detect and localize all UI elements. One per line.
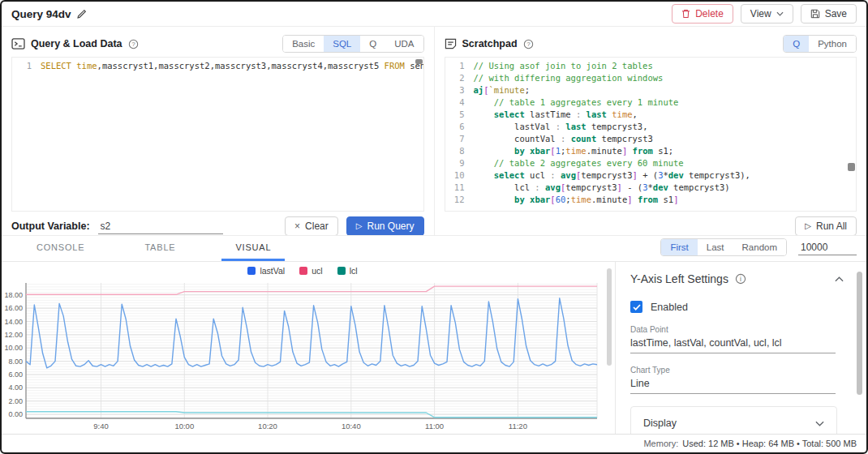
delete-button-label: Delete bbox=[695, 8, 724, 19]
svg-text:18.00: 18.00 bbox=[4, 291, 23, 299]
svg-text:10:20: 10:20 bbox=[258, 422, 277, 430]
svg-text:14.00: 14.00 bbox=[4, 318, 23, 326]
sampling-controls: FirstLastRandom bbox=[660, 236, 857, 261]
chevron-down-icon bbox=[815, 421, 824, 426]
sample-mode-first[interactable]: First bbox=[661, 239, 697, 255]
chart-type-field[interactable]: Chart Type Line bbox=[630, 366, 836, 394]
code-line: 6 lastVal : last tempcryst3, bbox=[445, 121, 857, 133]
status-bar: Memory: Used: 12 MB • Heap: 64 MB • Tota… bbox=[2, 434, 866, 452]
save-icon bbox=[810, 9, 820, 19]
tab-python[interactable]: Python bbox=[809, 36, 856, 52]
enabled-checkbox[interactable] bbox=[630, 301, 642, 313]
tab-q[interactable]: Q bbox=[360, 36, 385, 52]
query-language-tabs: BasicSQLQUDA bbox=[282, 35, 423, 53]
svg-text:11:20: 11:20 bbox=[509, 422, 527, 430]
chart-area: lastValucllcl 9:4010:0010:2010:4011:0011… bbox=[2, 262, 604, 434]
data-point-label: Data Point bbox=[630, 325, 836, 334]
results-tabs: CONSOLETABLEVISUAL bbox=[23, 236, 317, 261]
delete-button[interactable]: Delete bbox=[672, 4, 733, 24]
topbar-actions: Delete View Save bbox=[672, 4, 857, 24]
chevron-down-icon bbox=[776, 11, 784, 16]
editor-scrollbar-thumb[interactable] bbox=[415, 59, 423, 64]
visual-section: lastValucllcl 9:4010:0010:2010:4011:0011… bbox=[2, 262, 866, 434]
sql-code-editor[interactable]: 1SELECT time,masscryst1,masscryst2,massc… bbox=[11, 57, 424, 212]
info-icon[interactable]: i bbox=[735, 273, 746, 285]
tab-uda[interactable]: UDA bbox=[385, 36, 423, 52]
chart-type-value: Line bbox=[630, 378, 836, 389]
memory-label: Memory: bbox=[643, 439, 678, 448]
svg-text:6.00: 6.00 bbox=[8, 370, 23, 379]
page-title: Query 94dv bbox=[11, 8, 71, 20]
code-line: 4 // table 1 aggregates every 1 minute bbox=[445, 96, 857, 109]
settings-accordions: DisplayNumber of Ticks bbox=[630, 406, 837, 434]
legend-swatch bbox=[337, 267, 346, 275]
svg-text:?: ? bbox=[131, 41, 135, 48]
view-button-label: View bbox=[750, 8, 771, 19]
code-line: 3aj[`minute; bbox=[445, 84, 857, 96]
run-query-button[interactable]: ▷ Run Query bbox=[346, 216, 424, 236]
q-code-editor[interactable]: 1// Using asof join to join 2 tables2// … bbox=[445, 57, 857, 212]
output-variable-input[interactable] bbox=[98, 219, 223, 234]
run-query-button-label: Run Query bbox=[367, 221, 414, 232]
legend-label: ucl bbox=[312, 266, 322, 276]
line-chart[interactable]: 9:4010:0010:2010:4011:0011:200.002.004.0… bbox=[2, 277, 604, 434]
legend-item-lastVal[interactable]: lastVal bbox=[247, 266, 285, 276]
chart-scrollbar[interactable] bbox=[604, 262, 615, 434]
code-line: 11 lcl : avg[tempcryst3] - (3*dev tempcr… bbox=[445, 182, 857, 194]
legend-item-ucl[interactable]: ucl bbox=[299, 266, 322, 276]
terminal-icon bbox=[11, 38, 25, 49]
sample-size-input[interactable] bbox=[798, 240, 857, 255]
clear-button[interactable]: × Clear bbox=[285, 216, 338, 236]
code-line: 12 by xbar[60;time.minute] from s1] bbox=[445, 194, 857, 206]
tab-q[interactable]: Q bbox=[784, 36, 809, 52]
scratchpad-icon bbox=[445, 38, 457, 49]
settings-title: Y-Axis Left Settings bbox=[630, 272, 728, 285]
tab-sql[interactable]: SQL bbox=[324, 36, 360, 52]
tab-table[interactable]: TABLE bbox=[131, 236, 189, 261]
output-variable-label: Output Variable: bbox=[11, 221, 90, 232]
clear-x-icon: × bbox=[294, 221, 300, 231]
settings-scrollbar[interactable] bbox=[857, 272, 862, 395]
chart-type-label: Chart Type bbox=[630, 366, 836, 375]
scratchpad-header: Scratchpad ? QPython bbox=[445, 31, 857, 57]
svg-text:i: i bbox=[740, 275, 741, 283]
save-button[interactable]: Save bbox=[801, 4, 857, 24]
query-panel-title: Query & Load Data bbox=[31, 38, 122, 49]
collapse-chevron-up-icon[interactable] bbox=[835, 276, 844, 282]
help-icon[interactable]: ? bbox=[523, 39, 534, 49]
svg-text:10.00: 10.00 bbox=[4, 344, 23, 352]
svg-text:2.00: 2.00 bbox=[8, 397, 23, 405]
svg-text:8.00: 8.00 bbox=[8, 358, 23, 366]
tab-basic[interactable]: Basic bbox=[283, 36, 324, 52]
svg-text:?: ? bbox=[526, 41, 530, 48]
save-button-label: Save bbox=[825, 8, 847, 19]
editor-scrollbar-thumb[interactable] bbox=[848, 163, 855, 171]
legend-item-lcl[interactable]: lcl bbox=[337, 266, 358, 276]
sample-mode-random[interactable]: Random bbox=[733, 239, 786, 255]
svg-text:12.00: 12.00 bbox=[4, 331, 23, 339]
play-icon: ▷ bbox=[805, 222, 811, 230]
query-panel-header: Query & Load Data ? BasicSQLQUDA bbox=[11, 31, 424, 57]
y-axis-settings-panel: Y-Axis Left Settings i Enabled Data Poin… bbox=[615, 262, 866, 434]
clear-button-label: Clear bbox=[305, 221, 329, 232]
help-icon[interactable]: ? bbox=[128, 39, 139, 49]
run-all-button[interactable]: ▷ Run All bbox=[795, 216, 857, 236]
code-line: 9 // table 2 aggregates every 60 minute bbox=[445, 157, 857, 169]
code-line: 7 countVal : count tempcryst3 bbox=[445, 133, 857, 145]
data-point-field[interactable]: Data Point lastTime, lastVal, countVal, … bbox=[630, 325, 836, 353]
query-workbench-window: Query 94dv Delete View Save bbox=[0, 0, 868, 454]
edit-title-icon[interactable] bbox=[76, 9, 87, 19]
chart-legend: lastValucllcl bbox=[2, 264, 604, 277]
svg-text:10:00: 10:00 bbox=[174, 422, 194, 430]
data-point-value: lastTime, lastVal, countVal, ucl, lcl bbox=[630, 337, 836, 349]
accordion-display[interactable]: Display bbox=[631, 407, 836, 434]
tab-visual[interactable]: VISUAL bbox=[221, 236, 285, 261]
accordion-label: Display bbox=[643, 418, 677, 429]
sample-mode-last[interactable]: Last bbox=[698, 239, 733, 255]
view-dropdown-button[interactable]: View bbox=[741, 4, 793, 24]
legend-label: lastVal bbox=[260, 266, 285, 276]
tab-console[interactable]: CONSOLE bbox=[23, 236, 98, 261]
code-line: 10 select ucl : avg[tempcryst3] + (3*dev… bbox=[445, 169, 857, 182]
legend-label: lcl bbox=[350, 266, 358, 276]
trash-icon bbox=[681, 9, 690, 19]
